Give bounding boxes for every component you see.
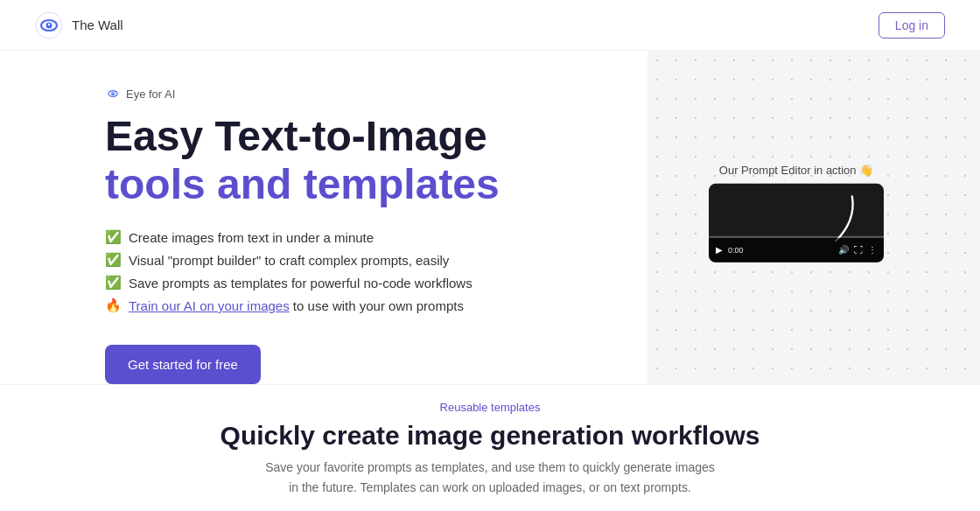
hero-row: Eye for AI Easy Text-to-Image tools and … xyxy=(0,51,980,384)
volume-icon[interactable]: 🔊 xyxy=(838,245,849,255)
video-caption: Our Prompt Editor in action 👋 xyxy=(709,163,884,176)
hero-heading-black: Easy Text-to-Image xyxy=(105,112,595,160)
header: The Wall Log in xyxy=(0,0,980,51)
video-container: Our Prompt Editor in action 👋 ▶ 0:00 🔊 ⛶ xyxy=(709,163,884,262)
bottom-section-desc: Save your favorite prompts as templates,… xyxy=(262,458,718,497)
bottom-section-title: Quickly create image generation workflow… xyxy=(35,421,945,451)
feature-text-3: Save prompts as templates for powerful n… xyxy=(129,276,472,290)
eye-label-text: Eye for AI xyxy=(126,88,175,101)
features-list: ✅ Create images from text in under a min… xyxy=(105,229,595,320)
svg-point-3 xyxy=(48,23,50,24)
eye-label: Eye for AI xyxy=(105,86,595,102)
fullscreen-icon[interactable]: ⛶ xyxy=(854,245,863,255)
video-player[interactable]: ▶ 0:00 🔊 ⛶ ⋮ xyxy=(709,183,884,262)
feature-item-1: ✅ Create images from text in under a min… xyxy=(105,229,595,245)
video-time: 0:00 xyxy=(728,245,744,254)
feature-text-4: Train our AI on your images to use with … xyxy=(129,298,464,313)
more-options-icon[interactable]: ⋮ xyxy=(868,245,877,255)
left-panel: Eye for AI Easy Text-to-Image tools and … xyxy=(0,51,648,384)
svg-point-6 xyxy=(112,93,113,94)
feature-text-1: Create images from text in under a minut… xyxy=(129,230,374,245)
bottom-bar: Reusable templates Quickly create image … xyxy=(0,384,980,511)
feature-icon-1: ✅ xyxy=(105,229,122,245)
cta-button[interactable]: Get started for free xyxy=(105,345,261,384)
feature-icon-4: 🔥 xyxy=(105,298,122,313)
video-controls: ▶ 0:00 🔊 ⛶ ⋮ xyxy=(709,237,884,262)
bottom-section-label: Reusable templates xyxy=(35,401,945,414)
page-wrapper: Eye for AI Easy Text-to-Image tools and … xyxy=(0,51,980,511)
train-ai-link[interactable]: Train our AI on your images xyxy=(129,298,290,313)
eye-label-icon xyxy=(105,86,121,102)
login-button[interactable]: Log in xyxy=(878,12,945,38)
play-icon[interactable]: ▶ xyxy=(716,245,723,255)
feature-icon-2: ✅ xyxy=(105,252,122,268)
feature-item-4: 🔥 Train our AI on your images to use wit… xyxy=(105,298,595,313)
feature-item-3: ✅ Save prompts as templates for powerful… xyxy=(105,275,595,290)
logo-icon xyxy=(35,11,63,39)
feature-item-2: ✅ Visual "prompt builder" to craft compl… xyxy=(105,252,595,268)
site-title: The Wall xyxy=(72,18,123,32)
feature-text-2: Visual "prompt builder" to craft complex… xyxy=(129,253,449,268)
header-left: The Wall xyxy=(35,11,123,39)
right-panel: Our Prompt Editor in action 👋 ▶ 0:00 🔊 ⛶ xyxy=(648,51,980,384)
hero-heading-purple: tools and templates xyxy=(105,160,595,208)
feature-icon-3: ✅ xyxy=(105,275,122,290)
